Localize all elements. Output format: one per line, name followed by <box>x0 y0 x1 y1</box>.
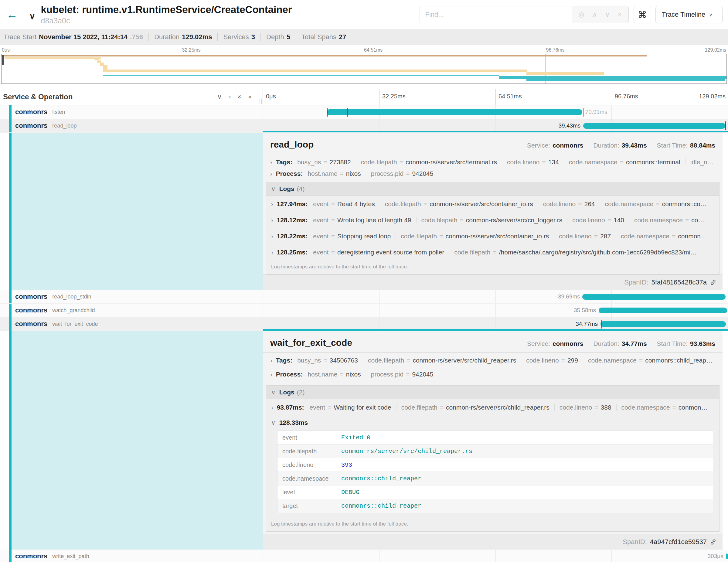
tick-label: 64.51ms <box>498 93 522 100</box>
chevron-right-icon[interactable]: › <box>271 233 273 240</box>
service-name: conmonrs <box>15 108 47 116</box>
span-bar-cell[interactable]: 35.58ms <box>263 304 728 317</box>
chevron-right-icon[interactable]: › <box>270 371 272 378</box>
span-row-read-loop-stdin: conmonrs read_loop_stdin 39.69ms <box>0 290 728 304</box>
span-id-row: SpanID: 5faf48165428c37a <box>263 274 723 290</box>
deep-link-icon[interactable] <box>710 279 716 286</box>
span-bar-cell[interactable]: 39.43ms <box>263 119 728 133</box>
collapse-all-icon[interactable]: » <box>236 95 243 99</box>
chevron-right-icon[interactable]: › <box>271 201 273 208</box>
logs-section: ∨ Logs(4) › 127.94ms: event=Read 4 bytes… <box>266 182 719 274</box>
trace-id: d8a3a0c <box>41 16 292 25</box>
expand-all-icon[interactable]: » <box>248 93 252 101</box>
jaeger-trace-page: ← ∨ kubelet: runtime.v1.RuntimeService/C… <box>0 0 728 562</box>
collapse-one-icon[interactable]: ∨ <box>217 93 222 101</box>
log-entry[interactable]: › 128.12ms: event=Wrote log line of leng… <box>266 212 719 228</box>
tick-label: 96.76ms <box>615 93 638 100</box>
divider <box>652 340 652 347</box>
find-match-icon[interactable]: ◎ <box>579 11 584 19</box>
divider <box>502 158 502 164</box>
span-bar-cell[interactable]: 70.91ms <box>263 105 728 119</box>
span-bar[interactable] <box>600 321 726 327</box>
chevron-down-icon: ∨ <box>709 12 713 18</box>
process-row[interactable]: › Process: host.name=nixos process.pid=9… <box>263 166 723 178</box>
logs-header[interactable]: ∨ Logs(2) <box>266 386 719 399</box>
minimap-drag-handle[interactable] <box>2 55 4 65</box>
trace-minimap: 0μs 32.25ms 64.51ms 96.76ms 129.02ms <box>0 45 728 89</box>
divider <box>396 233 396 240</box>
operation-name: write_exit_path <box>52 553 89 560</box>
find-clear-icon[interactable]: × <box>618 11 622 19</box>
divider <box>567 217 567 223</box>
span-bar-cell[interactable]: 303μs <box>263 550 728 562</box>
trace-summary-bar: Trace StartNovember 15 2022, 11:24:14.75… <box>0 29 728 45</box>
view-selector-label: Trace Timeline <box>662 11 705 19</box>
logs-section: ∨ Logs(2) › 93.87ms: event=Waiting for e… <box>266 385 719 532</box>
log-entry-expanded-header[interactable]: ∨ 128.33ms <box>271 419 714 426</box>
divider <box>564 158 564 164</box>
back-button[interactable]: ← <box>0 0 24 29</box>
span-id-value: 5faf48165428c37a <box>651 278 707 286</box>
view-selector-button[interactable]: Trace Timeline ∨ <box>655 6 723 23</box>
process-row[interactable]: › Process: host.name=nixos process.pid=9… <box>263 367 723 381</box>
span-bar-cell[interactable]: 39.69ms <box>263 290 728 304</box>
logs-header[interactable]: ∨ Logs(4) <box>266 182 719 196</box>
span-id-row: SpanID: 4a947cfd1ce59537 <box>263 534 723 550</box>
span-name-cell[interactable]: conmonrs wait_for_exit_code <box>0 317 263 331</box>
column-resizer[interactable] <box>260 99 262 104</box>
deep-link-icon[interactable] <box>710 539 716 545</box>
chevron-right-icon[interactable]: › <box>270 159 272 166</box>
minimap-span-bar <box>103 70 527 72</box>
find-prev-icon[interactable]: ∧ <box>592 11 597 19</box>
divider <box>263 352 723 353</box>
divider <box>588 340 588 347</box>
trace-title-collapse-icon[interactable]: ∨ <box>29 11 36 21</box>
chevron-right-icon[interactable]: › <box>270 170 272 177</box>
span-detail-wait-for-exit-code: wait_for_exit_code Service:conmonrs Dura… <box>0 331 728 550</box>
chevron-right-icon[interactable]: › <box>270 357 272 364</box>
gridline <box>364 54 364 83</box>
log-entry[interactable]: › 93.87ms: event=Waiting for exit code c… <box>266 399 719 415</box>
span-id-label: SpanID: <box>623 538 647 546</box>
chevron-right-icon[interactable]: › <box>271 249 273 256</box>
span-name-cell[interactable]: conmonrs read_loop_stdin <box>0 290 263 304</box>
span-bar[interactable] <box>599 308 727 313</box>
find-input[interactable] <box>420 6 572 23</box>
service-operation-header: Service & Operation ∨ › » » <box>0 89 263 105</box>
log-entry[interactable]: › 127.94ms: event=Read 4 bytes code.file… <box>266 196 719 212</box>
detail-header: read_loop Service:conmonrs Duration:39.4… <box>263 133 723 150</box>
span-bar-cell[interactable]: 34.77ms <box>263 317 728 331</box>
service-name: conmonrs <box>15 306 47 314</box>
service-color-accent <box>9 550 12 562</box>
minimap-canvas[interactable] <box>1 54 727 84</box>
divider <box>260 33 261 41</box>
divider <box>363 357 363 364</box>
divider <box>380 201 380 207</box>
log-entry[interactable]: › 128.22ms: event=Stopping read loop cod… <box>266 228 719 244</box>
log-entry[interactable]: › 128.25ms: event=deregistering event so… <box>266 244 719 260</box>
span-duration-label: 39.69ms <box>558 293 580 300</box>
timeline-header-row: Service & Operation ∨ › » » 0μs 32.25ms … <box>0 89 728 105</box>
divider <box>217 33 218 41</box>
divider <box>600 201 600 207</box>
span-bar[interactable] <box>582 294 726 300</box>
span-duration-label: 35.58ms <box>574 307 596 314</box>
find-next-icon[interactable]: ∨ <box>605 11 610 19</box>
chevron-right-icon[interactable]: › <box>271 217 273 224</box>
span-bar[interactable] <box>726 553 728 559</box>
divider <box>588 142 588 149</box>
span-bar[interactable] <box>583 123 725 129</box>
tags-row[interactable]: › Tags: busy_ns=273882 code.filepath=con… <box>263 155 723 166</box>
detail-left-gutter <box>0 133 263 290</box>
span-bar[interactable] <box>327 109 583 115</box>
span-name-cell[interactable]: conmonrs watch_grandchild <box>0 304 263 317</box>
keyboard-shortcuts-button[interactable]: ⌘ <box>634 6 651 23</box>
span-name-cell[interactable]: conmonrs read_loop <box>0 119 263 133</box>
chevron-right-icon[interactable]: › <box>271 404 273 411</box>
divider <box>356 158 356 164</box>
span-name-cell[interactable]: conmonrs listen <box>0 105 263 119</box>
span-name-cell[interactable]: conmonrs write_exit_path <box>0 550 263 562</box>
expand-one-icon[interactable]: › <box>229 93 231 101</box>
minimap-span-bar <box>526 72 604 75</box>
tags-row[interactable]: › Tags: busy_ns=34506763 code.filepath=c… <box>263 353 723 367</box>
